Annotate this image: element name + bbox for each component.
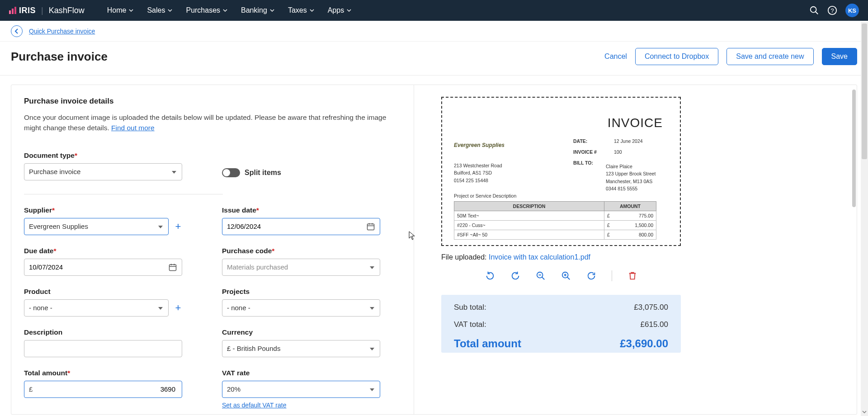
vat-default-link[interactable]: Set as default VAT rate	[222, 402, 286, 409]
invoice-row-desc: 50M Text~	[454, 211, 604, 220]
details-helptext: Once your document image is uploaded the…	[24, 112, 399, 133]
save-create-new-button[interactable]: Save and create new	[726, 48, 813, 65]
nav-items: Home Sales Purchases Banking Taxes Apps	[107, 6, 351, 14]
brand[interactable]: IRIS | KashFlow	[9, 6, 85, 15]
svg-rect-8	[170, 265, 176, 270]
form-divider	[24, 194, 223, 194]
svg-rect-4	[368, 224, 374, 230]
top-nav: IRIS | KashFlow Home Sales Purchases Ban…	[0, 0, 868, 21]
vattotal-value: £615.00	[641, 320, 668, 329]
total-amount-input[interactable]: £	[24, 381, 182, 398]
toolbar-separator	[612, 270, 612, 281]
invoice-row-amt: 775.00	[639, 213, 653, 218]
nav-purchases-label: Purchases	[186, 6, 220, 14]
issue-date-value[interactable]	[227, 222, 375, 230]
scroll-down-icon[interactable]	[862, 410, 867, 414]
invoice-row-amt: 800.00	[639, 232, 653, 237]
due-date-input[interactable]	[24, 259, 182, 276]
calendar-icon[interactable]	[168, 263, 177, 272]
trash-icon[interactable]	[627, 271, 637, 281]
nav-taxes[interactable]: Taxes	[288, 6, 314, 14]
invoice-row-desc: #SFF ~All~ 50	[454, 230, 604, 239]
calendar-icon[interactable]	[366, 222, 375, 231]
chevron-left-icon	[14, 28, 19, 34]
due-date-label: Due date*	[24, 247, 200, 255]
zoom-out-icon[interactable]	[536, 271, 546, 281]
save-button[interactable]: Save	[822, 48, 857, 65]
vat-rate-select[interactable]: 20%	[222, 381, 380, 398]
window-scrollbar[interactable]	[861, 22, 868, 416]
vat-rate-label: VAT rate	[222, 369, 380, 377]
projects-label: Projects	[222, 288, 380, 296]
split-items-label: Split items	[245, 169, 281, 177]
details-column: Purchase invoice details Once your docum…	[11, 85, 414, 414]
description-label: Description	[24, 328, 200, 336]
purchase-code-select[interactable]: Materials purchased	[222, 259, 380, 276]
preview-scrollbar[interactable]	[852, 90, 856, 207]
invoice-row-amt: 1,500.00	[635, 222, 653, 228]
scrollbar-thumb[interactable]	[862, 24, 867, 159]
document-preview[interactable]: INVOICE Evergreen Supplies DATE:12 June …	[441, 97, 681, 246]
purchase-code-label: Purchase code*	[222, 247, 380, 255]
split-items-toggle[interactable]	[222, 168, 240, 177]
nav-apps[interactable]: Apps	[328, 6, 351, 14]
invoice-row-sym: £	[607, 222, 610, 228]
chevron-down-icon	[347, 8, 351, 13]
connect-dropbox-button[interactable]: Connect to Dropbox	[635, 48, 718, 65]
file-uploaded-name[interactable]: Invoice with tax calculation1.pdf	[489, 253, 590, 261]
avatar[interactable]: KS	[845, 4, 859, 17]
zoom-in-icon[interactable]	[561, 271, 571, 281]
total-amount-value[interactable]	[33, 385, 177, 393]
total-label: Total amount	[454, 337, 521, 350]
refresh-icon[interactable]	[586, 271, 596, 281]
invoice-row-desc: #220 - Cuss~	[454, 220, 604, 230]
issue-date-label: Issue date*	[222, 206, 380, 214]
document-type-select[interactable]: Purchase invoice	[24, 163, 182, 180]
search-icon[interactable]	[809, 5, 819, 15]
rotate-left-icon[interactable]	[485, 271, 495, 281]
supplier-label: Supplier*	[24, 206, 200, 214]
description-value[interactable]	[29, 345, 177, 352]
nav-purchases[interactable]: Purchases	[186, 6, 227, 14]
chevron-down-icon	[223, 8, 227, 13]
help-icon[interactable]: ?	[827, 5, 837, 15]
total-amount-field: Total amount* £	[24, 369, 200, 409]
currency-select[interactable]: £ - British Pounds	[222, 340, 380, 357]
breadcrumb-link[interactable]: Quick Purchase invoice	[29, 28, 95, 35]
preview-toolbar	[441, 270, 681, 281]
nav-apps-label: Apps	[328, 6, 344, 14]
total-amount-label: Total amount*	[24, 369, 200, 377]
add-supplier-button[interactable]: +	[173, 221, 183, 232]
chevron-down-icon	[168, 8, 172, 13]
brand-separator: |	[41, 6, 43, 15]
find-out-more-link[interactable]: Find out more	[111, 124, 155, 132]
brand-product: KashFlow	[49, 6, 85, 15]
cancel-button[interactable]: Cancel	[604, 52, 627, 61]
invoice-project-label: Project or Service Description	[454, 193, 668, 199]
supplier-value: Evergreen Supplies	[29, 222, 88, 230]
page-title: Purchase invoice	[11, 50, 108, 64]
description-input[interactable]	[24, 340, 182, 357]
nav-banking[interactable]: Banking	[241, 6, 274, 14]
description-field: Description	[24, 328, 200, 357]
svg-text:?: ?	[830, 7, 834, 14]
supplier-field: Supplier* Evergreen Supplies +	[24, 206, 200, 235]
back-button[interactable]	[11, 25, 23, 37]
supplier-select[interactable]: Evergreen Supplies	[24, 218, 169, 235]
vat-rate-field: VAT rate 20% Set as default VAT rate	[222, 369, 380, 409]
invoice-th-desc: DESCRIPTION	[454, 201, 604, 211]
svg-line-1	[816, 12, 818, 14]
product-value: - none -	[29, 304, 52, 312]
nav-taxes-label: Taxes	[288, 6, 307, 14]
due-date-value[interactable]	[29, 263, 177, 271]
nav-sales[interactable]: Sales	[147, 6, 172, 14]
projects-select[interactable]: - none -	[222, 299, 380, 317]
invoice-th-amount: AMOUNT	[604, 201, 656, 211]
product-select[interactable]: - none -	[24, 299, 169, 317]
issue-date-label-text: Issue date	[222, 206, 256, 214]
issue-date-input[interactable]	[222, 218, 380, 235]
nav-home[interactable]: Home	[107, 6, 134, 14]
add-product-button[interactable]: +	[173, 302, 183, 314]
invoice-row: 50M Text~£775.00	[454, 211, 656, 220]
rotate-right-icon[interactable]	[510, 271, 520, 281]
